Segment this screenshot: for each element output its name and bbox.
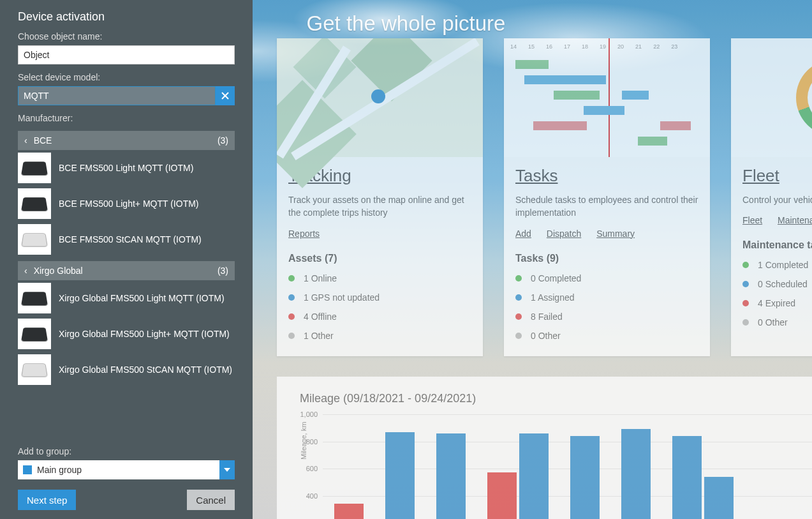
device-name: Xirgo Global FMS500 StCAN MQTT (IOTM) (59, 365, 232, 375)
status-dot-icon (742, 319, 749, 326)
manufacturer-group-header[interactable]: ‹BCE(3) (18, 131, 235, 150)
link-summary[interactable]: Summary (596, 229, 635, 239)
group-count: (3) (218, 135, 228, 146)
chart-bar (621, 429, 651, 519)
stat-text: 0 Completed (531, 273, 581, 283)
fleet-donut-preview (731, 38, 812, 157)
device-thumbnail (18, 354, 51, 385)
chart-bar (487, 472, 517, 519)
y-tick-label: 400 (306, 492, 318, 500)
status-dot-icon (515, 294, 522, 301)
status-dot-icon (742, 262, 749, 268)
device-name: Xirgo Global FMS500 Light MQTT (IOTM) (59, 293, 225, 303)
status-dot-icon (288, 333, 295, 339)
manufacturer-label: Manufacturer: (18, 113, 235, 123)
device-thumbnail (18, 153, 51, 183)
chart-bar (704, 477, 734, 519)
device-list-item[interactable]: BCE FMS500 Light MQTT (IOTM) (18, 150, 235, 186)
card-tasks: 14151617181920212223 Tasks Schedule task… (504, 38, 710, 356)
device-thumbnail (18, 224, 51, 255)
device-model-input[interactable] (18, 86, 216, 105)
status-dot-icon (742, 281, 749, 287)
group-count: (3) (218, 266, 228, 276)
device-thumbnail (18, 319, 51, 349)
tasks-title[interactable]: Tasks (515, 166, 698, 186)
tracking-map-preview (277, 38, 483, 157)
device-name: BCE FMS500 Light MQTT (IOTM) (59, 163, 193, 173)
fleet-title[interactable]: Fleet (742, 166, 812, 186)
card-fleet: Fleet Control your vehicles and charges … (731, 38, 812, 356)
chevron-left-icon: ‹ (24, 266, 27, 276)
chart-bar (334, 504, 364, 519)
cancel-button[interactable]: Cancel (187, 490, 235, 510)
device-list-item[interactable]: BCE FMS500 Light+ MQTT (IOTM) (18, 186, 235, 222)
tracking-desc: Track your assets on the map online and … (288, 193, 471, 220)
y-tick-label: 600 (306, 465, 318, 472)
device-list-item[interactable]: BCE FMS500 StCAN MQTT (IOTM) (18, 222, 235, 257)
status-dot-icon (288, 275, 295, 282)
device-list-item[interactable]: Xirgo Global FMS500 Light+ MQTT (IOTM) (18, 316, 235, 352)
stat-text: 1 Other (304, 331, 334, 341)
tasks-gantt-preview: 14151617181920212223 (504, 38, 710, 157)
mileage-chart-title: Mileage (09/18/2021 - 09/24/2021) (300, 392, 812, 405)
device-thumbnail (18, 188, 51, 219)
status-dot-icon (288, 313, 295, 320)
stat-text: 4 Offline (304, 312, 337, 322)
manufacturer-group-header[interactable]: ‹Xirgo Global(3) (18, 261, 235, 280)
group-select-value: Main group (37, 465, 82, 475)
stat-text: 0 Other (531, 331, 561, 341)
stat-text: 4 Expired (758, 298, 795, 308)
device-thumbnail (18, 283, 51, 313)
group-select[interactable]: Main group (18, 460, 235, 479)
tracking-section-title: Assets (7) (288, 253, 471, 264)
close-icon (221, 91, 230, 100)
device-name: BCE FMS500 Light+ MQTT (IOTM) (59, 199, 199, 209)
chart-bar (519, 433, 549, 519)
group-select-caret[interactable] (219, 460, 235, 479)
tasks-section-title: Tasks (9) (515, 253, 698, 264)
sidebar-title: Device activation (18, 10, 235, 24)
group-name: Xirgo Global (34, 266, 83, 276)
stat-text: 1 Online (304, 273, 337, 283)
status-dot-icon (288, 294, 295, 301)
fleet-section-title: Maintenance tasks (742, 239, 812, 251)
stat-text: 0 Other (758, 317, 788, 327)
link-add[interactable]: Add (515, 229, 531, 239)
link-fleet[interactable]: Fleet (742, 215, 762, 225)
device-name: BCE FMS500 StCAN MQTT (IOTM) (59, 234, 202, 244)
status-dot-icon (515, 333, 522, 339)
y-tick-label: 800 (306, 438, 318, 446)
fleet-desc: Control your vehicles and charges (742, 193, 812, 206)
device-list-item[interactable]: Xirgo Global FMS500 Light MQTT (IOTM) (18, 280, 235, 316)
link-reports[interactable]: Reports (288, 229, 320, 239)
stat-text: 1 Assigned (531, 292, 575, 303)
link-dispatch[interactable]: Dispatch (547, 229, 581, 239)
status-dot-icon (515, 313, 522, 320)
chart-bar (436, 433, 466, 519)
device-name: Xirgo Global FMS500 Light+ MQTT (IOTM) (59, 329, 230, 339)
next-step-button[interactable]: Next step (18, 490, 76, 510)
group-color-icon (23, 465, 32, 474)
chevron-left-icon: ‹ (24, 135, 27, 146)
chart-bar (672, 436, 702, 519)
card-tracking: Tracking Track your assets on the map on… (277, 38, 483, 356)
y-tick-label: 1,000 (300, 410, 318, 418)
status-dot-icon (515, 275, 522, 282)
stat-text: 8 Failed (531, 312, 563, 322)
clear-search-button[interactable] (216, 86, 235, 105)
device-list-item[interactable]: Xirgo Global FMS500 StCAN MQTT (IOTM) (18, 352, 235, 387)
stat-text: 1 Completed (758, 260, 808, 270)
stat-text: 0 Scheduled (758, 279, 808, 289)
status-dot-icon (742, 300, 749, 306)
stat-text: 1 GPS not updated (304, 292, 380, 303)
chart-bar (385, 432, 415, 519)
object-name-input[interactable] (18, 45, 235, 64)
link-maintenance[interactable]: Maintenance (778, 215, 812, 225)
mileage-chart-card: Mileage (09/18/2021 - 09/24/2021) Mileag… (277, 377, 812, 519)
group-name: BCE (34, 135, 52, 146)
chart-bar (570, 436, 600, 519)
chevron-down-icon (224, 468, 230, 472)
device-activation-sidebar: Device activation Choose object name: Se… (0, 0, 253, 519)
device-model-label: Select device model: (18, 72, 235, 82)
add-to-group-label: Add to group: (18, 446, 235, 456)
